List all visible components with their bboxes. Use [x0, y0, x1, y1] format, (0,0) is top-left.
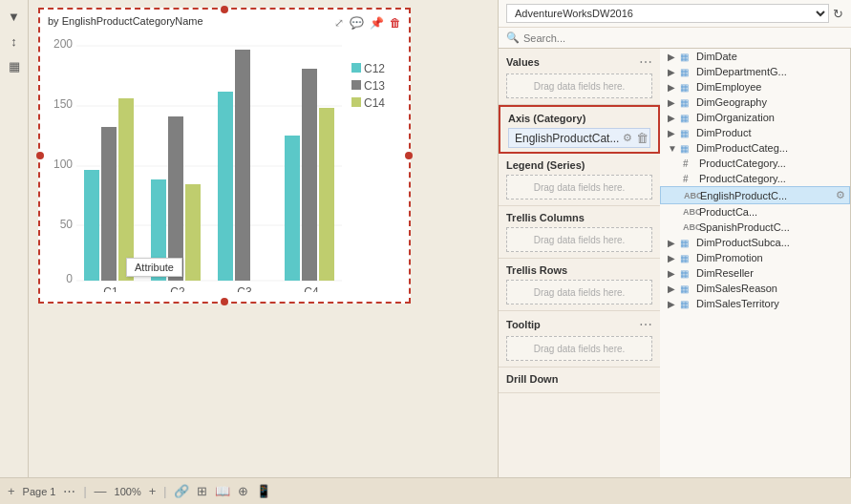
chart-pin-icon[interactable]: 📌	[370, 16, 384, 30]
book-icon[interactable]: 📖	[215, 484, 230, 498]
svg-text:0: 0	[66, 272, 73, 285]
resize-handle-left[interactable]	[36, 152, 44, 159]
tree-item-label: DimOrganization	[696, 112, 846, 123]
tree-item-dimreseller[interactable]: ▶ ▦ DimReseller	[660, 265, 850, 281]
tree-item-dimsalesreason[interactable]: ▶ ▦ DimSalesReason	[660, 281, 850, 296]
svg-rect-25	[351, 63, 361, 73]
table-icon: ▦	[680, 299, 693, 309]
tree-item-productcategory1[interactable]: # ProductCategory...	[660, 156, 850, 171]
chevron-right-icon: ▶	[668, 128, 677, 138]
filter-tool[interactable]: ▼	[4, 6, 25, 27]
axis-delete-icon[interactable]: 🗑	[636, 131, 649, 145]
gear-icon[interactable]: ⚙	[836, 189, 845, 201]
tree-item-label: DimGeography	[696, 96, 846, 108]
tree-item-dimproductsubca[interactable]: ▶ ▦ DimProductSubca...	[660, 235, 850, 250]
search-input[interactable]	[523, 32, 843, 44]
tree-item-dimorg[interactable]: ▶ ▦ DimOrganization	[660, 110, 850, 125]
magnet-icon[interactable]: ⊕	[238, 484, 248, 498]
tooltip-title: Tooltip	[506, 319, 541, 330]
tree-item-label: DimEmployee	[696, 81, 846, 93]
right-panel-top: AdventureWorksDW2016 ↻ 🔍	[499, 0, 851, 49]
tree-item-dimproductcateg[interactable]: ▼ ▦ DimProductCateg...	[660, 140, 850, 156]
table-icon: ▦	[680, 97, 693, 108]
tree-item-dimdeptg[interactable]: ▶ ▦ DimDepartmentG...	[660, 64, 850, 79]
chart-svg: 200 150 100 50 0	[46, 34, 399, 292]
axis-section: Axis (Category) EnglishProductCat... ⚙ 🗑	[499, 105, 660, 154]
axis-field-chip[interactable]: EnglishProductCat... ⚙ 🗑	[508, 128, 650, 148]
zoom-minus-icon[interactable]: —	[95, 484, 107, 498]
table-icon: ▦	[680, 67, 693, 77]
phone-icon[interactable]: 📱	[256, 484, 271, 498]
chart-title: by EnglishProductCategoryName	[48, 15, 203, 27]
separator2: |	[163, 485, 166, 498]
tree-item-productcategory2[interactable]: # ProductCategory...	[660, 171, 850, 186]
grid-icon[interactable]: ⊞	[197, 484, 207, 498]
tree-item-dimemployee[interactable]: ▶ ▦ DimEmployee	[660, 79, 850, 94]
right-panel-content: Values ⋯ Drag data fields here. Axis (Ca…	[499, 49, 851, 477]
link-icon[interactable]: 🔗	[174, 484, 189, 498]
tooltip-drop-zone[interactable]: Drag data fields here.	[506, 336, 652, 361]
table-icon: ▦	[680, 284, 693, 294]
chart-comment-icon[interactable]: 💬	[350, 16, 364, 30]
tree-item-label: ProductCategory...	[699, 173, 846, 184]
abc-icon: ABC	[683, 222, 696, 232]
svg-rect-18	[285, 136, 300, 281]
trellis-rows-drop-zone[interactable]: Drag data fields here.	[506, 280, 652, 304]
drilldown-title: Drill Down	[506, 373, 558, 385]
tree-item-dimpromotion[interactable]: ▶ ▦ DimPromotion	[660, 250, 850, 265]
svg-text:C1: C1	[103, 285, 118, 292]
trellis-cols-drop-zone[interactable]: Drag data fields here.	[506, 227, 652, 252]
svg-rect-12	[118, 98, 134, 281]
trellis-cols-title: Trellis Columns	[506, 212, 585, 223]
table-icon: ▦	[680, 113, 693, 123]
chart-expand-icon[interactable]: ⤢	[334, 16, 344, 30]
tree-item-spanishproductc[interactable]: ABC SpanishProductC...	[660, 220, 850, 235]
tree-item-dimsalesterritory[interactable]: ▶ ▦ DimSalesTerritory	[660, 296, 850, 311]
resize-handle-right[interactable]	[405, 152, 413, 159]
legend-title: Legend (Series)	[506, 159, 585, 171]
axis-title: Axis (Category)	[508, 113, 585, 124]
separator: |	[83, 485, 86, 498]
svg-rect-20	[319, 108, 334, 281]
table-icon: ▦	[680, 143, 693, 154]
tooltip-menu[interactable]: ⋯	[639, 317, 652, 332]
values-section: Values ⋯ Drag data fields here.	[499, 49, 660, 105]
axis-field-label: EnglishProductCat...	[515, 132, 619, 145]
chart-delete-icon[interactable]: 🗑	[390, 16, 401, 30]
datasource-select[interactable]: AdventureWorksDW2016	[506, 4, 829, 23]
tree-item-dimproduct[interactable]: ▶ ▦ DimProduct	[660, 125, 850, 140]
tree-item-label: DimPromotion	[696, 252, 846, 263]
chevron-right-icon: ▶	[668, 268, 677, 279]
svg-rect-10	[84, 170, 99, 281]
chevron-right-icon: ▶	[668, 284, 677, 294]
table-icon: ▦	[680, 253, 693, 263]
svg-text:C2: C2	[170, 285, 185, 292]
add-page-icon[interactable]: +	[8, 484, 15, 498]
tree-item-label: ProductCa...	[699, 206, 846, 218]
refresh-button[interactable]: ↻	[833, 7, 843, 21]
tree-item-dimdate[interactable]: ▶ ▦ DimDate	[660, 49, 850, 64]
zoom-plus-icon[interactable]: +	[149, 484, 157, 498]
page-menu-icon[interactable]: ⋯	[63, 484, 75, 498]
tree-item-dimgeography[interactable]: ▶ ▦ DimGeography	[660, 94, 850, 110]
abc-icon: ABC	[683, 207, 696, 217]
svg-text:150: 150	[53, 97, 73, 111]
sort-tool[interactable]: ↕	[4, 31, 25, 52]
chart-tool[interactable]: ▦	[4, 55, 25, 76]
tree-item-productca[interactable]: ABC ProductCa...	[660, 204, 850, 220]
resize-handle-top[interactable]	[221, 6, 228, 13]
legend-drop-zone[interactable]: Drag data fields here.	[506, 175, 652, 200]
table-icon: ▦	[680, 128, 693, 138]
tree-item-label: DimReseller	[696, 267, 846, 279]
chart-widget[interactable]: by EnglishProductCategoryName ⤢ 💬 📌 🗑 20…	[38, 8, 411, 304]
fields-panel: ▶ ▦ DimDate ▶ ▦ DimDepartmentG... ▶ ▦ Di…	[660, 49, 851, 477]
chevron-right-icon: ▶	[668, 113, 677, 123]
values-menu[interactable]: ⋯	[639, 54, 652, 70]
svg-text:C4: C4	[304, 285, 319, 292]
svg-rect-15	[185, 184, 201, 281]
right-panel: AdventureWorksDW2016 ↻ 🔍 Values ⋯ Drag	[498, 0, 851, 477]
values-drop-zone[interactable]: Drag data fields here.	[506, 74, 652, 98]
resize-handle-bottom[interactable]	[221, 298, 228, 305]
axis-gear-icon[interactable]: ⚙	[623, 132, 632, 144]
tree-item-englishproductc[interactable]: ABC EnglishProductC... ⚙	[660, 186, 850, 204]
